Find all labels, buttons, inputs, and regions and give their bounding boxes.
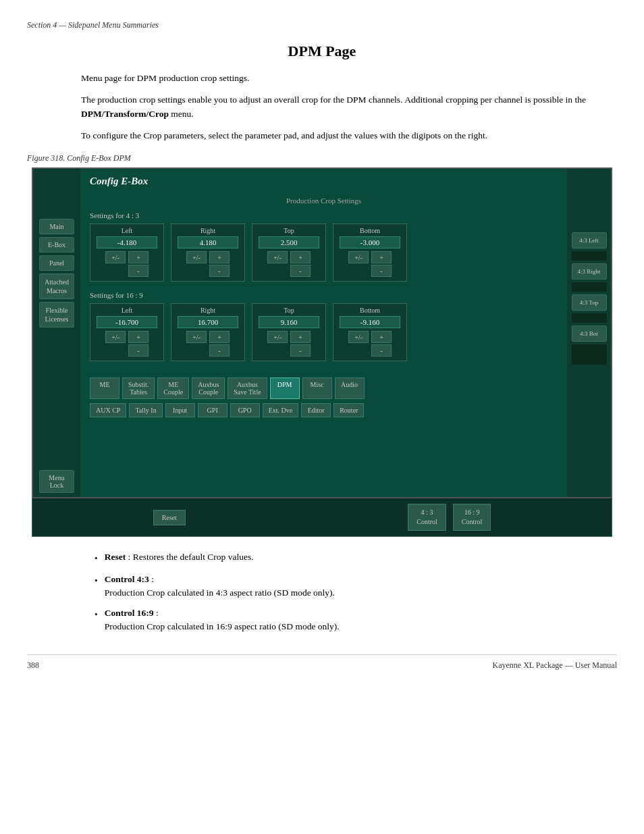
tab-aux-cp[interactable]: AUX CP (90, 403, 126, 417)
sidebar-btn-space4 (572, 344, 607, 365)
crop-16-9-left-plusminus-btn[interactable]: +/- (105, 331, 126, 343)
crop-4-3-bottom-minus-btn[interactable]: - (371, 265, 392, 277)
tab-editor[interactable]: Editor (301, 403, 331, 417)
ebox-container: Main E-Box Panel AttachedMacros Flexible… (32, 167, 612, 498)
crop-16-9-right-minus-btn[interactable]: - (209, 344, 230, 357)
crop-16-9-top-minus-btn[interactable]: - (290, 344, 311, 357)
sidebar-btn-licenses[interactable]: FlexibleLicenses (39, 302, 74, 328)
crop-4-3-bottom-plusminus-btn[interactable]: +/- (348, 251, 369, 263)
sidebar-btn-space3 (572, 313, 607, 323)
sidebar-btn-4-3-bot[interactable]: 4:3 Bot (572, 325, 607, 342)
crop-16-9-left: Left -16.700 +/- + - (90, 303, 164, 361)
crop-16-9-bottom-label: Bottom (360, 307, 380, 314)
crop-4-3-left-minus-btn[interactable]: - (128, 265, 149, 277)
crop-16-9-left-minus-btn[interactable]: - (128, 344, 149, 357)
bold-term: DPM/Transform/Crop (81, 109, 169, 119)
crop-4-3-right-plus-btn[interactable]: + (209, 251, 230, 263)
crop-16-9-left-minus-row: - (105, 344, 149, 357)
tab-gpi[interactable]: GPI (198, 403, 227, 417)
crop-16-9-right-plusminus-btn[interactable]: +/- (186, 331, 207, 343)
sidebar-btn-space1 (572, 251, 607, 261)
bullet-control-16-9: • Control 16:9 : Production Crop calcula… (95, 606, 590, 634)
crop-4-3-left-label: Left (122, 227, 133, 234)
sidebar-btn-main[interactable]: Main (39, 219, 74, 234)
crop-16-9-top-minus-row: - (267, 344, 311, 357)
tab-substit-tables[interactable]: Substit.Tables (122, 377, 155, 399)
tab-router[interactable]: Router (333, 403, 364, 417)
crop-16-9-bottom-minus-btn[interactable]: - (371, 344, 392, 357)
bullet-text-4-3: Control 4:3 : Production Crop calculated… (105, 573, 335, 600)
crop-16-9-right-plus-btn[interactable]: + (209, 331, 230, 343)
crop-4-3-right-plusminus-btn[interactable]: +/- (186, 251, 207, 263)
crop-4-3-top-minus-btn[interactable]: - (290, 265, 311, 277)
tab-ext-dve[interactable]: Ext. Dve (263, 403, 299, 417)
bullet-colon-16-9: : (156, 608, 159, 618)
crop-4-3-top-plus-btn[interactable]: + (290, 251, 311, 263)
crop-16-9-left-plus-btn[interactable]: + (128, 331, 149, 343)
section-header: Section 4 — Sidepanel Menu Summaries (27, 20, 617, 30)
tab-gpo[interactable]: GPO (230, 403, 260, 417)
crop-4-3-top: Top 2.500 +/- + - (252, 224, 326, 282)
sidebar-btn-macros[interactable]: AttachedMacros (39, 273, 74, 299)
crop-4-3-right-space (186, 265, 207, 277)
crop-16-9-right-label: Right (200, 307, 215, 314)
page-container: Section 4 — Sidepanel Menu Summaries DPM… (0, 0, 644, 691)
reset-button[interactable]: Reset (153, 510, 186, 525)
sidebar-btn-menu-lock[interactable]: MenuLock (39, 470, 74, 493)
crop-16-9-top-plus-btn[interactable]: + (290, 331, 311, 343)
tab-me[interactable]: ME (90, 377, 119, 399)
bullet-control-4-3: • Control 4:3 : Production Crop calculat… (95, 573, 590, 600)
tab-me-couple[interactable]: MECouple (157, 377, 189, 399)
tab-misc[interactable]: Misc (302, 377, 332, 399)
menu-tabs-row1: ME Substit.Tables MECouple AuxbusCouple … (90, 377, 558, 399)
sidebar-btn-4-3-right[interactable]: 4:3 Right (572, 263, 607, 280)
crop-4-3-bottom-value: -3.000 (340, 236, 400, 249)
page-title: DPM Page (27, 43, 617, 60)
crop-4-3-left-plus-btn[interactable]: + (128, 251, 149, 263)
crop-4-3-left: Left -4.180 +/- + - (90, 224, 164, 282)
sidebar-btn-space2 (572, 282, 607, 292)
crop-16-9-top-plus-row: +/- + (267, 331, 311, 343)
crop-4-3-top-plusminus-btn[interactable]: +/- (267, 251, 288, 263)
description-1: Menu page for DPM production crop settin… (81, 71, 590, 86)
menu-tabs-row2: AUX CP Tally In Input GPI GPO Ext. Dve E… (90, 403, 558, 417)
crop-4-3-right-minus-btn[interactable]: - (209, 265, 230, 277)
tab-audio[interactable]: Audio (335, 377, 365, 399)
crop-4-3-left-plusminus-btn[interactable]: +/- (105, 251, 126, 263)
tab-auxbus-save-title[interactable]: AuxbusSave Title (227, 377, 267, 399)
sidebar-left: Main E-Box Panel AttachedMacros Flexible… (33, 169, 80, 497)
sidebar-btn-ebox[interactable]: E-Box (39, 237, 74, 253)
crop-4-3-right: Right 4.180 +/- + - (171, 224, 245, 282)
page-footer: 388 Kayenne XL Package — User Manual (27, 654, 617, 671)
crop-16-9-bottom: Bottom -9.160 +/- + - (333, 303, 407, 361)
main-content: Config E-Box Production Crop Settings Se… (80, 169, 567, 497)
crop-4-3-left-minus-row: - (105, 265, 149, 277)
desc2-text: The production crop settings enable you … (81, 95, 586, 105)
control-4-3-button[interactable]: 4 : 3Control (408, 504, 446, 531)
bullet-reset: • Reset : Restores the default Crop valu… (95, 550, 590, 565)
sidebar-btn-panel[interactable]: Panel (39, 255, 74, 271)
bullet-term-reset: Reset (105, 552, 126, 562)
bullet-colon-4-3: : (151, 574, 154, 584)
tab-tally-in[interactable]: Tally In (129, 403, 162, 417)
crop-16-9-top-plusminus-btn[interactable]: +/- (267, 331, 288, 343)
crop-4-3-bottom-plus-row: +/- + (348, 251, 392, 263)
crop-16-9-bottom-plus-btn[interactable]: + (371, 331, 392, 343)
footer-page-number: 388 (27, 660, 39, 671)
tab-input[interactable]: Input (165, 403, 195, 417)
crop-16-9-bottom-plus-row: +/- + (348, 331, 392, 343)
bullet-text-16-9: Control 16:9 : Production Crop calculate… (105, 606, 340, 634)
figure-label: Figure 318. Config E-Box DPM (27, 153, 617, 163)
control-16-9-button[interactable]: 16 : 9Control (453, 504, 491, 531)
crop-4-3-bottom: Bottom -3.000 +/- + - (333, 224, 407, 282)
crop-4-3-bottom-plus-btn[interactable]: + (371, 251, 392, 263)
bullet-list: • Reset : Restores the default Crop valu… (95, 550, 590, 633)
bullet-dot-16-9: • (95, 608, 98, 634)
sidebar-btn-4-3-left[interactable]: 4:3 Left (572, 232, 607, 249)
crop-16-9-bottom-plusminus-btn[interactable]: +/- (348, 331, 369, 343)
tab-dpm[interactable]: DPM (270, 377, 300, 399)
sidebar-btn-4-3-top[interactable]: 4:3 Top (572, 294, 607, 311)
tab-auxbus-couple[interactable]: AuxbusCouple (192, 377, 225, 399)
crop-16-9-right-space (186, 344, 207, 357)
crop-4-3-top-space (267, 265, 288, 277)
